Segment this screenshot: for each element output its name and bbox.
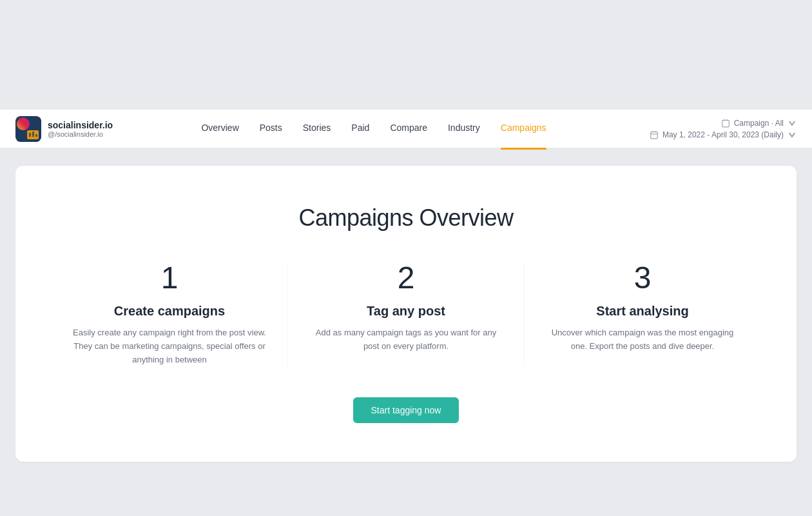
campaign-icon <box>721 119 730 128</box>
nav-links: Overview Posts Stories Paid Compare Indu… <box>144 123 603 135</box>
svg-point-1 <box>17 117 30 130</box>
step-2: 2 Tag any post Add as many campaign tags… <box>288 263 524 366</box>
svg-rect-5 <box>35 134 37 137</box>
brand-logo <box>15 116 41 142</box>
nav-posts[interactable]: Posts <box>260 123 282 135</box>
campaign-filter-row[interactable]: Campaign · All <box>721 119 797 128</box>
main-content: Campaigns Overview 1 Create campaigns Ea… <box>0 150 812 516</box>
navbar: socialinsider.io @/socialinsider.io Over… <box>0 110 812 148</box>
calendar-icon <box>650 130 659 139</box>
step-1-desc: Easily create any campaign right from th… <box>73 326 266 366</box>
svg-rect-6 <box>722 120 729 127</box>
nav-right: Campaign · All May 1, 2022 - April 30, 2… <box>603 119 797 139</box>
card-title: Campaigns Overview <box>298 204 513 232</box>
brand: socialinsider.io @/socialinsider.io <box>15 116 144 142</box>
step-3: 3 Start analysing Uncover which campaign… <box>525 263 760 366</box>
nav-compare[interactable]: Compare <box>390 123 427 135</box>
step-1-title: Create campaigns <box>114 304 225 319</box>
date-chevron-icon <box>788 130 797 139</box>
step-3-title: Start analysing <box>596 304 688 319</box>
steps-container: 1 Create campaigns Easily create any cam… <box>52 263 760 366</box>
campaigns-card: Campaigns Overview 1 Create campaigns Ea… <box>15 166 797 462</box>
step-2-title: Tag any post <box>367 304 445 319</box>
step-2-number: 2 <box>398 263 415 293</box>
brand-text: socialinsider.io @/socialinsider.io <box>48 120 113 138</box>
svg-rect-3 <box>29 133 31 137</box>
nav-industry[interactable]: Industry <box>448 123 480 135</box>
campaign-filter-label: Campaign · All <box>734 119 784 128</box>
date-filter-row[interactable]: May 1, 2022 - April 30, 2023 (Daily) <box>650 130 797 139</box>
start-tagging-button[interactable]: Start tagging now <box>353 397 459 423</box>
svg-rect-4 <box>32 132 34 137</box>
step-1-number: 1 <box>161 263 179 293</box>
date-filter-label: May 1, 2022 - April 30, 2023 (Daily) <box>662 130 784 139</box>
step-1: 1 Create campaigns Easily create any cam… <box>52 263 287 366</box>
top-spacer <box>0 0 812 110</box>
step-2-desc: Add as many campaign tags as you want fo… <box>309 326 503 353</box>
nav-campaigns[interactable]: Campaigns <box>501 123 546 135</box>
nav-overview[interactable]: Overview <box>201 123 238 135</box>
campaign-chevron-icon <box>788 119 797 128</box>
brand-name: socialinsider.io <box>48 120 113 130</box>
svg-rect-9 <box>651 132 658 139</box>
step-3-number: 3 <box>634 263 652 293</box>
step-3-desc: Uncover which campaign was the most enga… <box>546 326 739 353</box>
brand-handle: @/socialinsider.io <box>48 130 113 138</box>
nav-stories[interactable]: Stories <box>303 123 331 135</box>
nav-paid[interactable]: Paid <box>351 123 369 135</box>
